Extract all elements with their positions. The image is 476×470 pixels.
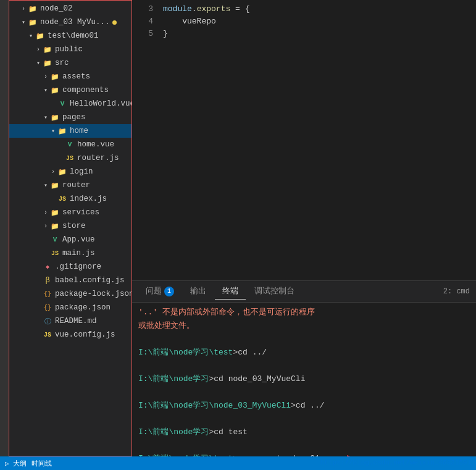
folder-icon: 📁: [50, 85, 60, 95]
tree-item-readme[interactable]: ⓘ README.md: [9, 314, 132, 328]
tree-label-packagelock: package-lock.json: [55, 290, 132, 298]
terminal-cmd-label: 2: cmd: [443, 287, 470, 296]
tree-label-routerjs: router.js: [77, 154, 119, 162]
tree-item-assets[interactable]: 📁 assets: [9, 70, 132, 83]
tree-label-vueconfig: vue.config.js: [55, 330, 115, 339]
arrow-icon: [34, 59, 43, 67]
folder-icon: 📁: [43, 44, 52, 54]
tree-label-readme: README.md: [55, 317, 97, 325]
modified-dot: [112, 20, 117, 25]
tree-item-services[interactable]: 📁 services: [9, 206, 132, 219]
tree-label-homevue: home.vue: [77, 140, 114, 149]
tree-item-appvue[interactable]: V App.vue: [9, 233, 132, 246]
tree-item-node03[interactable]: 📁 node_03 MyVu...: [9, 15, 132, 29]
tree-item-public[interactable]: 📁 public: [9, 43, 132, 56]
terminal-line-error1: '..' 不是内部或外部命令，也不是可运行的程序: [138, 306, 470, 319]
terminal-text: >cd ../: [233, 348, 267, 357]
tree-label-store: store: [62, 222, 86, 230]
arrow-icon: [41, 223, 50, 230]
terminal-text: >cd node_03_MyVueCli: [209, 374, 305, 384]
folder-icon: 📁: [28, 17, 38, 27]
terminal-line-blank1: [138, 333, 470, 345]
code-content-5: }: [163, 29, 168, 38]
file-tree: 📁 node_02 📁 node_03 MyVu... 📁 test\demo0…: [9, 1, 132, 343]
tree-label-home: home: [70, 127, 88, 135]
tree-label-assets: assets: [62, 72, 90, 81]
tab-terminal[interactable]: 终端: [215, 283, 246, 300]
js-icon: JS: [43, 330, 52, 340]
folder-icon: 📁: [28, 4, 38, 14]
tree-item-packagejson[interactable]: {} package.json: [9, 301, 132, 314]
tree-item-homevue[interactable]: V home.vue: [9, 138, 132, 151]
tree-item-store[interactable]: 📁 store: [9, 219, 132, 233]
tree-label-babelconfig: babel.config.js: [55, 276, 125, 285]
arrow-icon: [41, 209, 50, 216]
folder-icon: 📁: [43, 58, 52, 68]
terminal-text: >cd test: [209, 427, 247, 437]
editor-area: 3 module.exports = { 4 vueRepo 5 }: [132, 0, 476, 456]
folder-icon: 📁: [50, 180, 60, 190]
terminal-area: 问题 1 输出 终端 调试控制台 2: cmd '..' 不是内部或外部命令，也…: [132, 280, 476, 456]
tree-label-src: src: [55, 59, 69, 67]
tree-item-login[interactable]: 📁 login: [9, 165, 132, 178]
vue-icon: V: [50, 235, 60, 245]
tree-item-mainjs[interactable]: JS main.js: [9, 246, 132, 260]
tree-item-node02[interactable]: 📁 node_02: [9, 2, 132, 15]
tree-item-src[interactable]: 📁 src: [9, 56, 132, 70]
status-left: ▷ 大纲 时间线: [5, 459, 52, 468]
tab-debug[interactable]: 调试控制台: [247, 283, 302, 300]
tree-label-appvue: App.vue: [62, 235, 95, 244]
tree-item-indexjs[interactable]: JS index.js: [9, 192, 132, 206]
terminal-line-cmd2: I:\前端\node学习>cd node_03_MyVueCli: [138, 373, 470, 385]
tree-label-login: login: [70, 167, 93, 176]
line-number-5: 5: [138, 29, 153, 38]
tab-output[interactable]: 输出: [183, 283, 214, 300]
folder-icon: 📁: [50, 208, 60, 217]
tree-item-gitignore[interactable]: ◆ .gitignore: [9, 260, 132, 274]
tab-terminal-label: 终端: [222, 286, 238, 296]
tab-problems-label: 问题: [146, 286, 162, 296]
tree-item-routerjs[interactable]: JS router.js: [9, 151, 132, 165]
terminal-line-error2: 或批处理文件。: [138, 320, 470, 332]
terminal-line-cmd4: I:\前端\node学习>cd test: [138, 426, 470, 439]
arrow-icon: [41, 114, 50, 121]
arrow-icon: [34, 46, 43, 53]
code-line-4: 4 vueRepo: [132, 15, 476, 27]
terminal-line-blank3: [138, 386, 470, 398]
folder-icon: 📁: [50, 72, 60, 82]
folder-icon: 📁: [35, 31, 45, 41]
arrow-icon: [49, 127, 57, 135]
tree-item-pages[interactable]: 📁 pages: [9, 111, 132, 124]
status-item-timeline[interactable]: 时间线: [31, 459, 52, 468]
tree-item-vueconfig[interactable]: JS vue.config.js: [9, 328, 132, 342]
babel-icon: β: [43, 275, 52, 285]
terminal-line-cmd1: I:\前端\node学习\test>cd ../: [138, 346, 470, 359]
status-item-outline[interactable]: ▷ 大纲: [5, 459, 27, 468]
tree-item-router[interactable]: 📁 router: [9, 178, 132, 192]
terminal-line-cmd3: I:\前端\node学习\node_03_MyVueCli>cd ../: [138, 400, 470, 412]
tree-item-components[interactable]: 📁 components: [9, 83, 132, 97]
terminal-content[interactable]: '..' 不是内部或外部命令，也不是可运行的程序 或批处理文件。 I:\前端\n…: [132, 303, 476, 456]
tree-label-gitignore: .gitignore: [55, 262, 101, 271]
js-icon: JS: [65, 153, 75, 163]
arrow-icon: [19, 6, 28, 12]
tree-item-packagelock[interactable]: {} package-lock.json: [9, 287, 132, 301]
main-area: 📁 node_02 📁 node_03 MyVu... 📁 test\demo0…: [0, 0, 476, 456]
arrow-icon: [19, 19, 28, 26]
tree-label-mainjs: main.js: [62, 249, 95, 258]
terminal-line-blank4: [138, 413, 470, 425]
tab-problems[interactable]: 问题 1: [138, 283, 182, 300]
tree-label-node02: node_02: [40, 4, 73, 13]
js-icon: JS: [50, 248, 60, 258]
tree-item-home[interactable]: 📁 home: [9, 124, 132, 138]
tree-item-babelconfig[interactable]: β babel.config.js: [9, 274, 132, 287]
tree-label-components: components: [62, 86, 109, 94]
terminal-tabs: 问题 1 输出 终端 调试控制台 2: cmd: [132, 281, 476, 303]
arrow-icon: [49, 169, 57, 175]
tree-item-helloworld[interactable]: V HelloWorld.vue: [9, 97, 132, 111]
terminal-path: I:\前端\node学习: [138, 427, 209, 437]
arrow-icon: [41, 73, 50, 80]
tree-item-testdemo01[interactable]: 📁 test\demo01: [9, 29, 132, 43]
file-explorer[interactable]: 📁 node_02 📁 node_03 MyVu... 📁 test\demo0…: [9, 0, 132, 456]
code-line-3: 3 module.exports = {: [132, 2, 476, 15]
